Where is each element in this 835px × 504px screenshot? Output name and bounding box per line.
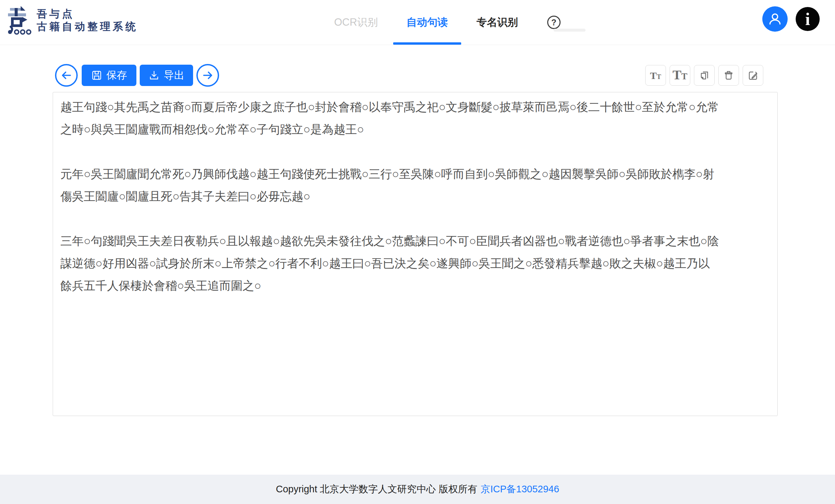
text-line: 之時○與吳王闔廬戰而相怨伐○允常卒○子句踐立○是為越王○: [60, 118, 770, 140]
save-button[interactable]: 保存: [82, 65, 136, 86]
text-line: 三年○句踐聞吳王夫差日夜勒兵○且以報越○越欲先吳未發往伐之○范蠡諫曰○不可○臣聞…: [60, 230, 770, 252]
text-panel: 越王句踐○其先禹之苗裔○而夏后帝少康之庶子也○封於會稽○以奉守禹之祀○文身斷髮○…: [53, 92, 778, 416]
icp-link[interactable]: 京ICP备13052946: [481, 483, 559, 496]
text-line: 越王句踐○其先禹之苗裔○而夏后帝少康之庶子也○封於會稽○以奉守禹之祀○文身斷髮○…: [60, 96, 770, 118]
paragraph: 越王句踐○其先禹之苗裔○而夏后帝少康之庶子也○封於會稽○以奉守禹之祀○文身斷髮○…: [60, 96, 770, 140]
nav-tabs: OCR识别 自动句读 专名识别 ?: [321, 0, 574, 45]
trash-icon: [722, 69, 735, 81]
paragraph: 元年○吳王闔廬聞允常死○乃興師伐越○越王句踐使死士挑戰○三行○至吳陳○呼而自到○…: [60, 163, 770, 207]
text-line: 元年○吳王闔廬聞允常死○乃興師伐越○越王句踐使死士挑戰○三行○至吳陳○呼而自到○…: [60, 163, 770, 185]
user-avatar[interactable]: [762, 6, 788, 31]
text-line: 傷吳王闔廬○闔廬且死○告其子夫差曰○必毋忘越○: [60, 185, 770, 207]
tab-scrollbar: [553, 29, 586, 31]
back-button[interactable]: [55, 64, 78, 87]
paragraph: 三年○句踐聞吳王夫差日夜勒兵○且以報越○越欲先吳未發往伐之○范蠡諫曰○不可○臣聞…: [60, 230, 770, 297]
tab-named-entity[interactable]: 专名识别: [463, 0, 531, 45]
tab-ocr[interactable]: OCR识别: [321, 0, 391, 45]
copy-button[interactable]: [694, 65, 715, 86]
export-icon: [148, 70, 160, 81]
header: 吾与点 古籍自动整理系统 OCR识别 自动句读 专名识别 ? i: [0, 0, 835, 45]
arrow-right-icon: [201, 69, 214, 82]
app-title-line1: 吾与点: [37, 8, 138, 20]
header-actions: i: [762, 6, 820, 31]
footer: Copyright 北京大学数字人文研究中心 版权所有 京ICP备1305294…: [0, 475, 835, 504]
app-root: 吾与点 古籍自动整理系统 OCR识别 自动句读 专名识别 ? i: [0, 0, 835, 504]
app-title: 吾与点 古籍自动整理系统: [37, 8, 138, 33]
delete-button[interactable]: [718, 65, 739, 86]
copy-icon: [698, 69, 710, 81]
logo-icon: [7, 6, 31, 35]
save-icon: [91, 70, 102, 81]
export-button-label: 导出: [164, 68, 184, 82]
text-line: 謀逆德○好用凶器○試身於所末○上帝禁之○行者不利○越王曰○吾已決之矣○遂興師○吳…: [60, 252, 770, 274]
help-button[interactable]: ?: [533, 0, 574, 45]
edit-icon: [747, 69, 759, 81]
copyright-text: Copyright 北京大学数字人文研究中心 版权所有: [276, 483, 477, 496]
forward-button[interactable]: [197, 64, 219, 87]
logo: 吾与点 古籍自动整理系统: [7, 6, 138, 35]
person-icon: [767, 11, 783, 27]
arrow-left-icon: [60, 69, 73, 82]
font-increase-icon: TT: [673, 68, 688, 85]
tab-auto-punctuation[interactable]: 自动句读: [393, 0, 461, 45]
font-decrease-button[interactable]: TT: [645, 65, 666, 86]
text-editor[interactable]: 越王句踐○其先禹之苗裔○而夏后帝少康之庶子也○封於會稽○以奉守禹之祀○文身斷髮○…: [53, 92, 777, 322]
export-button[interactable]: 导出: [140, 65, 193, 86]
text-line: 餘兵五千人保棲於會稽○吳王追而圍之○: [60, 274, 770, 297]
font-increase-button[interactable]: TT: [670, 65, 690, 86]
app-title-line2: 古籍自动整理系统: [37, 20, 138, 33]
info-icon[interactable]: i: [796, 7, 820, 31]
edit-button[interactable]: [742, 65, 763, 86]
question-circle-icon: ?: [547, 16, 561, 29]
save-button-label: 保存: [106, 68, 127, 82]
font-decrease-icon: TT: [650, 71, 661, 85]
